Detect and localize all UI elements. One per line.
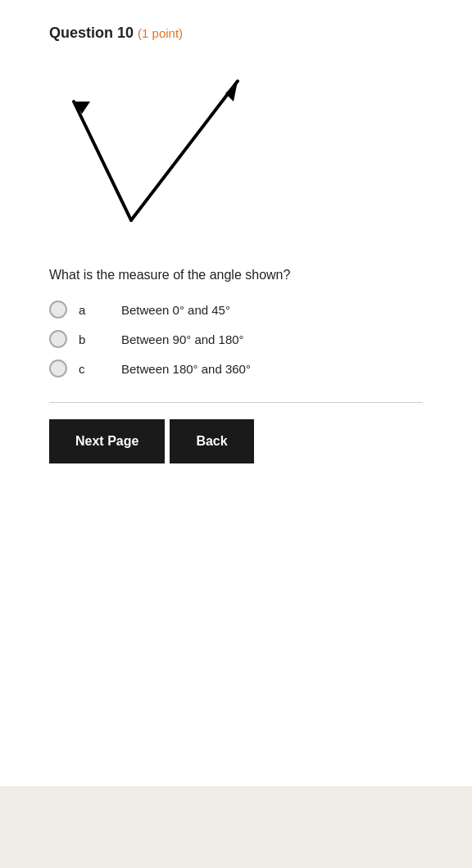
option-text-a: Between 0° and 45° [121, 303, 230, 317]
question-text: What is the measure of the angle shown? [49, 268, 423, 283]
button-row: Next Page Back [49, 419, 423, 463]
option-text-b: Between 90° and 180° [121, 332, 244, 346]
question-number: Question 10 [49, 25, 134, 41]
section-divider [49, 402, 423, 403]
option-item-c: c Between 180° and 360° [49, 359, 423, 377]
options-list: a Between 0° and 45° b Between 90° and 1… [49, 301, 423, 377]
radio-b[interactable] [49, 330, 67, 348]
svg-line-2 [74, 102, 131, 220]
radio-a[interactable] [49, 301, 67, 319]
question-header: Question 10 (1 point) [49, 25, 423, 42]
footer-bar [0, 786, 472, 868]
radio-c[interactable] [49, 359, 67, 377]
page-content: Question 10 (1 point) What is the measur… [0, 0, 472, 786]
option-item-b: b Between 90° and 180° [49, 330, 423, 348]
option-letter-a: a [79, 303, 88, 317]
next-page-button[interactable]: Next Page [49, 419, 165, 463]
option-text-c: Between 180° and 360° [121, 362, 251, 376]
option-item-a: a Between 0° and 45° [49, 301, 423, 319]
option-letter-c: c [79, 362, 88, 376]
question-points: (1 point) [138, 26, 183, 40]
svg-marker-1 [225, 81, 238, 102]
option-letter-b: b [79, 332, 88, 346]
svg-line-0 [131, 81, 238, 220]
angle-diagram [49, 57, 246, 253]
back-button[interactable]: Back [170, 419, 253, 463]
